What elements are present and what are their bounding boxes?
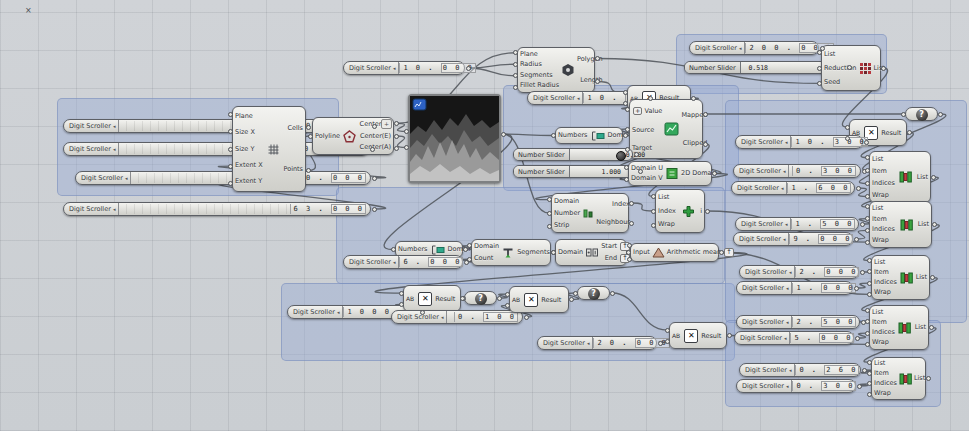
multiplication-component[interactable]: AB✕Result <box>669 322 727 349</box>
wire-port[interactable] <box>399 291 404 296</box>
polygon-center-component[interactable]: Polyline Center(V)Center(E)Center(A)+ <box>312 117 394 155</box>
wire-port[interactable] <box>505 292 510 297</box>
wire-port[interactable] <box>901 112 906 117</box>
digit-scroller-item-5[interactable]: Digit Scroller ◂0 . 2 6 0 <box>739 363 861 377</box>
wire-port[interactable] <box>629 201 634 206</box>
digit-scroller-value[interactable]: 1 . 0 0 0 <box>793 282 860 294</box>
wire-port[interactable] <box>930 275 935 280</box>
wire-port[interactable] <box>497 296 502 301</box>
wire-port[interactable] <box>513 85 518 90</box>
wire-port[interactable] <box>626 250 631 255</box>
wire-port[interactable] <box>547 224 552 229</box>
digit-scroller-item-1[interactable]: Digit Scroller ◂0 . 3 0 0 <box>733 164 861 178</box>
wire-port[interactable] <box>719 250 724 255</box>
square-grid-component[interactable]: PlaneSize XSize YExtent XExtent Y CellsP… <box>232 106 306 192</box>
average-component[interactable]: Input Arithmetic mean ↑ <box>630 243 719 262</box>
wire-port[interactable] <box>623 101 628 106</box>
digit-scroller-extent-y[interactable]: Digit Scroller ◂6 3 . 0 0 0 <box>63 202 371 216</box>
wire-port[interactable] <box>399 302 404 307</box>
wire-port[interactable] <box>881 66 886 71</box>
wire-port[interactable] <box>629 221 634 226</box>
replace-items-component[interactable]: ListItemIndicesWrap List <box>869 201 932 248</box>
wire-port[interactable] <box>651 194 656 199</box>
wire-port[interactable] <box>867 269 872 274</box>
wire-port[interactable] <box>306 168 311 173</box>
wire[interactable] <box>612 293 667 330</box>
number-slider-domain-u[interactable]: Number Slider0.200 <box>513 148 633 161</box>
wire-port[interactable] <box>705 209 710 214</box>
wire-port[interactable] <box>665 339 670 344</box>
wire-port[interactable] <box>573 291 578 296</box>
wire-port[interactable] <box>625 107 630 112</box>
digit-scroller-ticks[interactable] <box>447 312 455 322</box>
wire-port[interactable] <box>865 168 870 173</box>
wire-port[interactable] <box>665 328 670 333</box>
wire-port[interactable] <box>862 368 867 373</box>
wire-port[interactable] <box>467 257 472 262</box>
wire-port[interactable] <box>860 222 865 227</box>
wire-port[interactable] <box>513 50 518 55</box>
digit-scroller-indices-3[interactable]: Digit Scroller ◂1 . 0 0 0 <box>736 281 853 295</box>
wire-port[interactable] <box>569 297 574 302</box>
digit-scroller-value[interactable]: 1 . 6 0 0 <box>788 182 855 194</box>
wire-port[interactable] <box>712 171 717 176</box>
wire-port[interactable] <box>625 147 630 152</box>
divide-domain-component[interactable]: DomainCount Segments <box>471 239 551 266</box>
wire-port[interactable] <box>658 341 663 346</box>
digit-scroller-list[interactable]: Digit Scroller ◂2 0 0 . 0 0 0 <box>689 41 819 55</box>
wire-port[interactable] <box>651 209 656 214</box>
wire-port[interactable] <box>595 79 600 84</box>
wire-port[interactable] <box>847 65 852 70</box>
digit-scroller-item-2[interactable]: Digit Scroller ◂1 . 5 0 0 <box>735 217 859 231</box>
wire-port[interactable] <box>420 310 425 315</box>
digit-scroller-b[interactable]: Digit Scroller ◂0 . 1 0 0 <box>391 310 523 324</box>
wire-port[interactable] <box>855 336 860 341</box>
wire-port[interactable] <box>865 204 870 209</box>
find-domain-component[interactable]: DomainNumberStrip IndexNeighbour <box>551 193 629 233</box>
slider-grip[interactable] <box>616 151 626 161</box>
wire-port[interactable] <box>551 250 556 255</box>
wire-port[interactable] <box>228 129 233 134</box>
digit-scroller-item-3[interactable]: Digit Scroller ◂2 . 0 0 0 <box>739 265 859 279</box>
wire-port[interactable] <box>817 81 822 86</box>
wire-port[interactable] <box>867 392 872 397</box>
wire-port[interactable] <box>867 371 872 376</box>
wire-port[interactable] <box>865 155 870 160</box>
wire-port[interactable] <box>625 127 630 132</box>
wire-port[interactable] <box>624 177 629 182</box>
wire-port[interactable] <box>854 237 859 242</box>
wire-port[interactable] <box>845 125 850 130</box>
digit-scroller-value[interactable]: 2 . 0 0 0 <box>796 266 863 278</box>
digit-scroller-item-4[interactable]: Digit Scroller ◂2 . 5 0 0 <box>736 315 860 329</box>
wire-port[interactable] <box>865 228 870 233</box>
digit-scroller-indices-1[interactable]: Digit Scroller ◂1 . 6 0 0 <box>731 181 855 195</box>
digit-scroller-value[interactable]: 2 . 5 0 0 <box>793 316 860 328</box>
wire-port[interactable] <box>595 56 600 61</box>
wire-port[interactable] <box>623 133 628 138</box>
wire-port[interactable] <box>860 270 865 275</box>
wire-port[interactable] <box>867 292 872 297</box>
wire-port[interactable] <box>623 90 628 95</box>
wire-port[interactable] <box>938 112 943 117</box>
wire-port[interactable] <box>308 134 313 139</box>
digit-scroller-count[interactable]: Digit Scroller ◂6 . 0 0 0 <box>343 255 463 269</box>
digit-scroller-value[interactable]: 6 3 . 0 0 0 <box>291 203 370 215</box>
wire-port[interactable] <box>865 181 870 186</box>
wire-port[interactable] <box>648 96 653 101</box>
wire-port[interactable] <box>463 247 468 252</box>
relay-capsule[interactable]: ? <box>464 291 497 305</box>
digit-scroller-value[interactable]: 1 . 5 0 0 <box>792 218 859 230</box>
wire-port[interactable] <box>466 66 471 71</box>
wire[interactable] <box>631 203 653 211</box>
wire-port[interactable] <box>505 303 510 308</box>
digit-scroller-c[interactable]: Digit Scroller ◂2 0 . 0 0 0 <box>537 336 657 350</box>
wire-port[interactable] <box>228 112 233 117</box>
wire-port[interactable] <box>306 125 311 130</box>
wire-port[interactable] <box>513 62 518 67</box>
wire-port[interactable] <box>638 169 643 174</box>
digit-scroller-indices-4[interactable]: Digit Scroller ◂5 . 0 0 0 <box>734 331 854 345</box>
multiplication-component[interactable]: AB✕Result <box>403 285 461 312</box>
wire-port[interactable] <box>854 286 859 291</box>
wire-port[interactable] <box>703 112 708 117</box>
wire-port[interactable] <box>857 384 862 389</box>
